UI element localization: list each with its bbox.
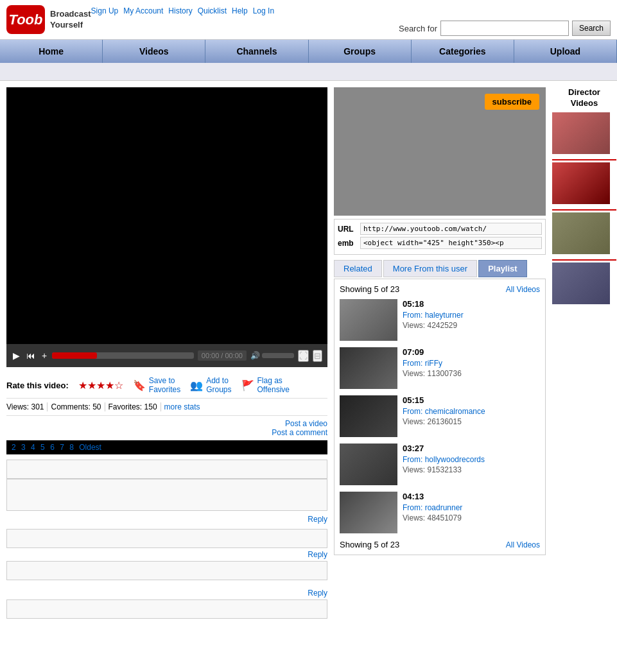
play-button[interactable]: ▶ <box>12 349 21 362</box>
nav-home[interactable]: Home <box>0 40 103 63</box>
comments-stat: Comments: 50 <box>51 402 105 411</box>
history-link[interactable]: History <box>168 6 192 15</box>
from-1[interactable]: From: haleyturner <box>403 311 464 320</box>
tab-related[interactable]: Related <box>334 260 382 277</box>
comment-input-3[interactable] <box>6 561 327 580</box>
subscribe-button[interactable]: subscribe <box>485 94 539 110</box>
views-3: Views: 26136015 <box>403 417 485 426</box>
playlist-thumb-3[interactable] <box>340 395 397 437</box>
save-favorites-button[interactable]: 🔖 Save to Favorites <box>133 376 180 394</box>
more-stats-link[interactable]: more stats <box>164 402 204 411</box>
nav-upload[interactable]: Upload <box>514 40 617 63</box>
progress-track[interactable] <box>52 352 194 359</box>
search-area: Search for Search <box>399 21 611 36</box>
nav-groups[interactable]: Groups <box>309 40 412 63</box>
playlist-footer-showing: Showing 5 of 23 <box>340 540 399 549</box>
tab-more-from-user[interactable]: More From this user <box>383 260 477 277</box>
from-4[interactable]: From: hollywoodrecords <box>403 455 485 464</box>
star-rating[interactable]: ★★★★☆ <box>78 379 123 392</box>
pagination: 2 3 4 5 6 7 8 Oldest <box>6 440 327 454</box>
logo-area: Toob Broadcast Yourself <box>6 5 91 34</box>
url-row: URL <box>338 223 542 235</box>
url-input[interactable] <box>360 223 542 235</box>
playlist-thumb-5[interactable] <box>340 492 397 533</box>
nav-videos[interactable]: Videos <box>103 40 205 63</box>
director-thumb-2[interactable] <box>552 162 610 204</box>
director-thumb-3[interactable] <box>552 212 610 254</box>
nav-categories[interactable]: Categories <box>412 40 514 63</box>
quicklist-link[interactable]: Quicklist <box>198 6 227 15</box>
page-8[interactable]: 8 <box>69 443 74 452</box>
header: Toob Broadcast Yourself Sign Up My Accou… <box>0 0 617 40</box>
fullscreen-button[interactable]: ⛶ <box>298 350 309 362</box>
playlist-footer: Showing 5 of 23 All Videos <box>340 540 540 549</box>
all-videos-link-top[interactable]: All Videos <box>506 285 540 294</box>
search-label: Search for <box>399 24 437 33</box>
reply-link-3[interactable]: Reply <box>6 587 327 599</box>
add-groups-button[interactable]: 👥 Add to Groups <box>190 376 231 394</box>
all-videos-link-bottom[interactable]: All Videos <box>506 540 540 549</box>
login-link[interactable]: Log In <box>253 6 274 15</box>
tab-playlist[interactable]: Playlist <box>478 260 527 277</box>
flag-offensive-button[interactable]: 🚩 Flag as Offensive <box>241 376 290 394</box>
comment-input-1[interactable] <box>6 460 327 479</box>
page-4[interactable]: 4 <box>31 443 35 452</box>
page-3[interactable]: 3 <box>21 443 26 452</box>
views-stat: Views: 301 <box>6 402 48 411</box>
comment-textarea-1[interactable] <box>6 479 327 511</box>
comment-input-4[interactable] <box>6 599 327 619</box>
playlist-header: Showing 5 of 23 All Videos <box>340 284 540 294</box>
from-2[interactable]: From: riFFy <box>403 359 462 368</box>
save-icon: 🔖 <box>133 379 146 392</box>
reply-link-2[interactable]: Reply <box>6 548 327 561</box>
nav-channels[interactable]: Channels <box>205 40 308 63</box>
flag-label: Flag as Offensive <box>257 376 290 394</box>
director-label: Director Videos <box>552 87 616 109</box>
playlist-info-2: 07:09 From: riFFy Views: 11300736 <box>403 347 462 378</box>
playlist-thumb-2[interactable] <box>340 347 397 389</box>
video-player[interactable] <box>6 87 327 344</box>
post-video-link[interactable]: Post a video <box>6 419 327 428</box>
from-5[interactable]: From: roadrunner <box>403 503 462 512</box>
comment-input-2[interactable] <box>6 529 327 548</box>
director-thumb-4[interactable] <box>552 263 610 304</box>
playlist-item: 05:15 From: chemicalromance Views: 26136… <box>340 395 540 437</box>
myaccount-link[interactable]: My Account <box>123 6 163 15</box>
views-5: Views: 48451079 <box>403 513 462 522</box>
playlist-thumb-1[interactable] <box>340 299 397 341</box>
duration-5: 04:13 <box>403 492 462 501</box>
right-panel: Director Videos <box>552 87 616 622</box>
left-panel: ▶ ⏮ + 00:00 / 00:00 🔊 ⛶ ⊟ Rate this vide… <box>6 87 327 622</box>
expand-button[interactable]: ⊟ <box>313 350 322 362</box>
playlist-item: 05:18 From: haleyturner Views: 4242529 <box>340 299 540 341</box>
page-5[interactable]: 5 <box>40 443 45 452</box>
save-favorites-label: Save to Favorites <box>149 376 180 394</box>
playlist-area: Showing 5 of 23 All Videos 05:18 From: h… <box>334 279 546 555</box>
director-thumb-1[interactable] <box>552 112 610 154</box>
next-button[interactable]: + <box>40 349 48 362</box>
page-2[interactable]: 2 <box>12 443 16 452</box>
divider-3 <box>552 259 616 261</box>
prev-button[interactable]: ⏮ <box>25 349 37 362</box>
stats-row: Views: 301 Comments: 50 Favorites: 150 m… <box>6 399 327 416</box>
tabs-row: Related More From this user Playlist <box>334 260 546 277</box>
time-display: 00:00 / 00:00 <box>198 350 247 361</box>
duration-2: 07:09 <box>403 347 462 357</box>
post-comment-link[interactable]: Post a comment <box>6 428 327 437</box>
search-input[interactable] <box>440 21 569 36</box>
divider-2 <box>552 209 616 211</box>
comment-box-2: Reply <box>6 529 327 580</box>
playlist-thumb-4[interactable] <box>340 444 397 485</box>
duration-1: 05:18 <box>403 299 464 309</box>
video-frame: subscribe <box>334 87 546 216</box>
search-button[interactable]: Search <box>572 21 611 36</box>
page-6[interactable]: 6 <box>50 443 55 452</box>
page-oldest[interactable]: Oldest <box>79 443 101 452</box>
from-3[interactable]: From: chemicalromance <box>403 407 485 416</box>
volume-slider[interactable] <box>262 353 294 358</box>
emb-input[interactable] <box>360 237 542 249</box>
signup-link[interactable]: Sign Up <box>91 6 119 15</box>
reply-link-1[interactable]: Reply <box>6 513 327 526</box>
help-link[interactable]: Help <box>232 6 248 15</box>
page-7[interactable]: 7 <box>60 443 64 452</box>
